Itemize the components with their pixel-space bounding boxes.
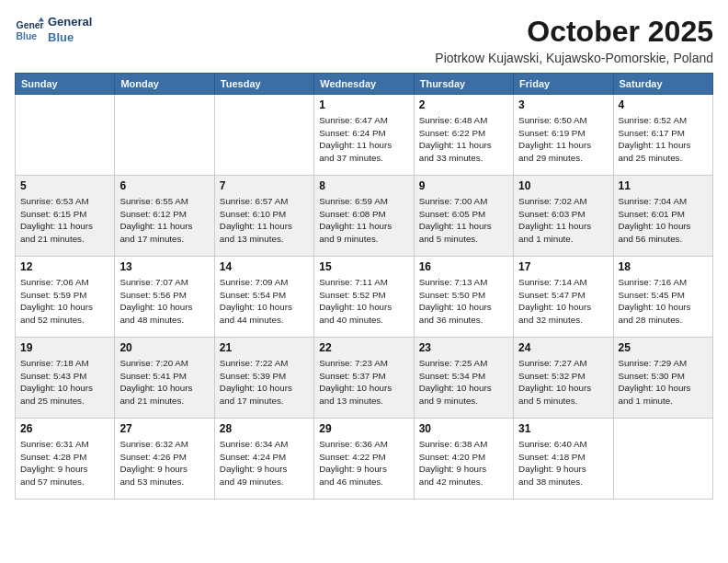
title-block: October 2025 Piotrkow Kujawski, Kujawsko… [435, 15, 713, 65]
day-number: 5 [20, 179, 109, 192]
day-number: 20 [119, 341, 209, 354]
day-detail: Sunrise: 7:13 AM Sunset: 5:50 PM Dayligh… [419, 276, 508, 327]
cell-content: 10Sunrise: 7:02 AM Sunset: 6:03 PM Dayli… [518, 179, 608, 246]
logo: General Blue General Blue [15, 15, 92, 46]
calendar-cell: 4Sunrise: 6:52 AM Sunset: 6:17 PM Daylig… [613, 95, 712, 176]
day-number: 8 [319, 179, 408, 192]
calendar-cell [115, 95, 214, 176]
cell-content: 15Sunrise: 7:11 AM Sunset: 5:52 PM Dayli… [319, 260, 408, 327]
cell-content: 4Sunrise: 6:52 AM Sunset: 6:17 PM Daylig… [619, 98, 708, 165]
day-number: 26 [20, 422, 109, 435]
day-number: 29 [319, 422, 408, 435]
day-number: 25 [619, 341, 708, 354]
svg-text:General: General [17, 20, 44, 30]
calendar-cell: 29Sunrise: 6:36 AM Sunset: 4:22 PM Dayli… [314, 419, 414, 500]
month-title: October 2025 [435, 15, 713, 49]
day-header-saturday: Saturday [613, 74, 712, 95]
calendar-week-row: 26Sunrise: 6:31 AM Sunset: 4:28 PM Dayli… [16, 419, 713, 500]
logo-line2: Blue [48, 30, 92, 46]
day-detail: Sunrise: 7:02 AM Sunset: 6:03 PM Dayligh… [518, 195, 608, 246]
cell-content: 5Sunrise: 6:53 AM Sunset: 6:15 PM Daylig… [20, 179, 109, 246]
day-detail: Sunrise: 7:29 AM Sunset: 5:30 PM Dayligh… [619, 357, 708, 408]
calendar-cell: 26Sunrise: 6:31 AM Sunset: 4:28 PM Dayli… [16, 419, 115, 500]
calendar-cell: 9Sunrise: 7:00 AM Sunset: 6:05 PM Daylig… [414, 176, 513, 257]
day-detail: Sunrise: 7:04 AM Sunset: 6:01 PM Dayligh… [619, 195, 708, 246]
day-number: 22 [319, 341, 408, 354]
calendar-header-row: SundayMondayTuesdayWednesdayThursdayFrid… [16, 74, 713, 95]
calendar-cell: 24Sunrise: 7:27 AM Sunset: 5:32 PM Dayli… [514, 338, 613, 419]
cell-content: 17Sunrise: 7:14 AM Sunset: 5:47 PM Dayli… [518, 260, 608, 327]
calendar-cell: 16Sunrise: 7:13 AM Sunset: 5:50 PM Dayli… [414, 257, 513, 338]
cell-content: 20Sunrise: 7:20 AM Sunset: 5:41 PM Dayli… [119, 341, 209, 408]
cell-content: 6Sunrise: 6:55 AM Sunset: 6:12 PM Daylig… [119, 179, 209, 246]
day-number: 14 [220, 260, 309, 273]
cell-content: 29Sunrise: 6:36 AM Sunset: 4:22 PM Dayli… [319, 422, 408, 488]
cell-content: 8Sunrise: 6:59 AM Sunset: 6:08 PM Daylig… [319, 179, 408, 246]
day-number: 21 [220, 341, 309, 354]
calendar-cell: 25Sunrise: 7:29 AM Sunset: 5:30 PM Dayli… [613, 338, 712, 419]
day-detail: Sunrise: 6:52 AM Sunset: 6:17 PM Dayligh… [619, 114, 708, 165]
day-number: 24 [518, 341, 608, 354]
day-detail: Sunrise: 7:06 AM Sunset: 5:59 PM Dayligh… [20, 276, 109, 327]
day-number: 9 [419, 179, 508, 192]
day-number: 12 [20, 260, 109, 273]
calendar-cell: 13Sunrise: 7:07 AM Sunset: 5:56 PM Dayli… [115, 257, 214, 338]
day-number: 13 [119, 260, 209, 273]
calendar-cell: 21Sunrise: 7:22 AM Sunset: 5:39 PM Dayli… [214, 338, 313, 419]
day-number: 15 [319, 260, 408, 273]
cell-content: 13Sunrise: 7:07 AM Sunset: 5:56 PM Dayli… [119, 260, 209, 327]
day-header-tuesday: Tuesday [214, 74, 313, 95]
day-detail: Sunrise: 6:48 AM Sunset: 6:22 PM Dayligh… [419, 114, 508, 165]
cell-content: 14Sunrise: 7:09 AM Sunset: 5:54 PM Dayli… [220, 260, 309, 327]
day-detail: Sunrise: 6:53 AM Sunset: 6:15 PM Dayligh… [20, 195, 109, 246]
cell-content: 1Sunrise: 6:47 AM Sunset: 6:24 PM Daylig… [319, 98, 408, 165]
svg-text:Blue: Blue [17, 30, 38, 40]
day-number: 6 [119, 179, 209, 192]
calendar-week-row: 12Sunrise: 7:06 AM Sunset: 5:59 PM Dayli… [16, 257, 713, 338]
day-detail: Sunrise: 6:38 AM Sunset: 4:20 PM Dayligh… [419, 438, 508, 488]
day-header-friday: Friday [514, 74, 613, 95]
day-detail: Sunrise: 6:36 AM Sunset: 4:22 PM Dayligh… [319, 438, 408, 488]
calendar-cell: 23Sunrise: 7:25 AM Sunset: 5:34 PM Dayli… [414, 338, 513, 419]
cell-content: 21Sunrise: 7:22 AM Sunset: 5:39 PM Dayli… [220, 341, 309, 408]
day-detail: Sunrise: 7:11 AM Sunset: 5:52 PM Dayligh… [319, 276, 408, 327]
calendar-cell: 15Sunrise: 7:11 AM Sunset: 5:52 PM Dayli… [314, 257, 414, 338]
calendar-cell: 12Sunrise: 7:06 AM Sunset: 5:59 PM Dayli… [16, 257, 115, 338]
calendar-cell: 27Sunrise: 6:32 AM Sunset: 4:26 PM Dayli… [115, 419, 214, 500]
day-detail: Sunrise: 7:25 AM Sunset: 5:34 PM Dayligh… [419, 357, 508, 408]
logo-line1: General [48, 15, 92, 30]
calendar-cell: 5Sunrise: 6:53 AM Sunset: 6:15 PM Daylig… [16, 176, 115, 257]
day-number: 2 [419, 98, 508, 111]
calendar-cell: 17Sunrise: 7:14 AM Sunset: 5:47 PM Dayli… [514, 257, 613, 338]
calendar-cell: 6Sunrise: 6:55 AM Sunset: 6:12 PM Daylig… [115, 176, 214, 257]
cell-content: 9Sunrise: 7:00 AM Sunset: 6:05 PM Daylig… [419, 179, 508, 246]
calendar-table: SundayMondayTuesdayWednesdayThursdayFrid… [15, 73, 713, 500]
calendar-cell: 8Sunrise: 6:59 AM Sunset: 6:08 PM Daylig… [314, 176, 414, 257]
calendar-cell: 28Sunrise: 6:34 AM Sunset: 4:24 PM Dayli… [214, 419, 313, 500]
cell-content: 28Sunrise: 6:34 AM Sunset: 4:24 PM Dayli… [220, 422, 309, 488]
calendar-cell: 18Sunrise: 7:16 AM Sunset: 5:45 PM Dayli… [613, 257, 712, 338]
calendar-cell: 31Sunrise: 6:40 AM Sunset: 4:18 PM Dayli… [514, 419, 613, 500]
cell-content: 3Sunrise: 6:50 AM Sunset: 6:19 PM Daylig… [518, 98, 608, 165]
day-detail: Sunrise: 6:59 AM Sunset: 6:08 PM Dayligh… [319, 195, 408, 246]
day-header-monday: Monday [115, 74, 214, 95]
calendar-cell [16, 95, 115, 176]
day-detail: Sunrise: 7:23 AM Sunset: 5:37 PM Dayligh… [319, 357, 408, 408]
day-number: 11 [619, 179, 708, 192]
day-number: 1 [319, 98, 408, 111]
day-detail: Sunrise: 7:09 AM Sunset: 5:54 PM Dayligh… [220, 276, 309, 327]
cell-content: 31Sunrise: 6:40 AM Sunset: 4:18 PM Dayli… [518, 422, 608, 488]
calendar-cell: 19Sunrise: 7:18 AM Sunset: 5:43 PM Dayli… [16, 338, 115, 419]
day-detail: Sunrise: 7:07 AM Sunset: 5:56 PM Dayligh… [119, 276, 209, 327]
day-detail: Sunrise: 7:22 AM Sunset: 5:39 PM Dayligh… [220, 357, 309, 408]
day-header-wednesday: Wednesday [314, 74, 414, 95]
calendar-cell: 14Sunrise: 7:09 AM Sunset: 5:54 PM Dayli… [214, 257, 313, 338]
calendar-cell: 22Sunrise: 7:23 AM Sunset: 5:37 PM Dayli… [314, 338, 414, 419]
day-number: 7 [220, 179, 309, 192]
day-number: 4 [619, 98, 708, 111]
day-detail: Sunrise: 6:55 AM Sunset: 6:12 PM Dayligh… [119, 195, 209, 246]
day-detail: Sunrise: 6:34 AM Sunset: 4:24 PM Dayligh… [220, 438, 309, 488]
cell-content: 7Sunrise: 6:57 AM Sunset: 6:10 PM Daylig… [220, 179, 309, 246]
day-detail: Sunrise: 6:32 AM Sunset: 4:26 PM Dayligh… [119, 438, 209, 488]
cell-content: 27Sunrise: 6:32 AM Sunset: 4:26 PM Dayli… [119, 422, 209, 488]
